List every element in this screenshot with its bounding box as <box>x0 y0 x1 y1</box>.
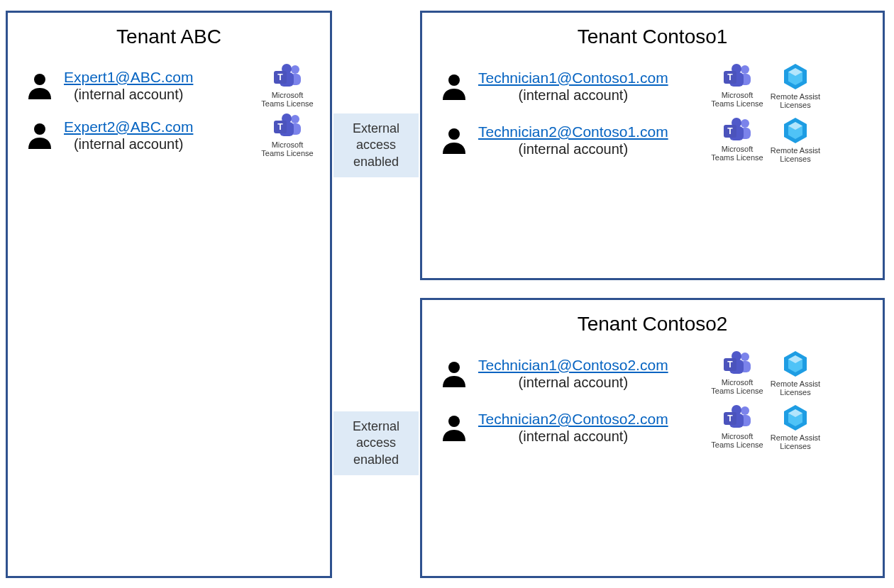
person-icon <box>440 126 468 154</box>
tenant-contoso1-box: Tenant Contoso1 Technician1@Contoso1.com… <box>420 11 885 280</box>
user-email-link[interactable]: Expert2@ABC.com <box>64 118 193 135</box>
teams-license: Microsoft Teams License <box>260 62 315 108</box>
external-access-connector: External access enabled <box>333 113 419 177</box>
user-email-link[interactable]: Expert1@ABC.com <box>64 68 193 86</box>
teams-license: Microsoft Teams License <box>260 112 315 157</box>
teams-icon <box>722 116 752 143</box>
user-email-link[interactable]: Technician1@Contoso2.com <box>478 356 668 374</box>
teams-icon <box>722 404 752 431</box>
person-icon <box>26 71 54 99</box>
account-type-label: (internal account) <box>519 428 629 445</box>
tenant-abc-title: Tenant ABC <box>8 26 330 48</box>
user-row: Expert1@ABC.com (internal account) Micro… <box>8 62 330 108</box>
user-email-link[interactable]: Technician2@Contoso1.com <box>478 123 668 140</box>
person-icon <box>440 72 468 100</box>
account-type-label: (internal account) <box>74 135 184 152</box>
external-access-connector: External access enabled <box>333 411 419 475</box>
teams-icon <box>722 62 752 89</box>
account-type-label: (internal account) <box>74 86 184 103</box>
teams-icon <box>272 62 302 89</box>
remote-assist-icon <box>781 350 810 378</box>
user-row: Technician2@Contoso2.com (internal accou… <box>422 404 883 450</box>
person-icon <box>26 121 54 149</box>
remote-assist-icon <box>781 62 810 91</box>
person-icon <box>440 359 468 387</box>
user-row: Expert2@ABC.com (internal account) Micro… <box>8 112 330 157</box>
teams-license: Microsoft Teams License <box>710 350 765 396</box>
account-type-label: (internal account) <box>519 87 629 104</box>
teams-license: Microsoft Teams License <box>710 404 765 450</box>
remote-assist-license: Remote Assist Licenses <box>768 62 823 109</box>
tenant-contoso1-title: Tenant Contoso1 <box>422 26 883 48</box>
user-email-link[interactable]: Technician1@Contoso1.com <box>478 69 668 87</box>
teams-license: Microsoft Teams License <box>710 116 765 163</box>
user-row: Technician2@Contoso1.com (internal accou… <box>422 116 883 163</box>
teams-icon <box>272 112 302 139</box>
account-type-label: (internal account) <box>519 140 629 157</box>
remote-assist-license: Remote Assist Licenses <box>768 404 823 450</box>
tenant-contoso2-box: Tenant Contoso2 Technician1@Contoso2.com… <box>420 298 885 578</box>
user-row: Technician1@Contoso1.com (internal accou… <box>422 62 883 109</box>
remote-assist-license: Remote Assist Licenses <box>768 350 823 396</box>
tenant-contoso2-title: Tenant Contoso2 <box>422 313 883 335</box>
user-email-link[interactable]: Technician2@Contoso2.com <box>478 410 668 428</box>
teams-license: Microsoft Teams License <box>710 62 765 109</box>
teams-icon <box>722 350 752 377</box>
person-icon <box>440 413 468 441</box>
tenant-abc-box: Tenant ABC Expert1@ABC.com (internal acc… <box>6 11 332 578</box>
remote-assist-icon <box>781 116 810 145</box>
remote-assist-icon <box>781 404 810 432</box>
account-type-label: (internal account) <box>519 374 629 391</box>
remote-assist-license: Remote Assist Licenses <box>768 116 823 163</box>
user-row: Technician1@Contoso2.com (internal accou… <box>422 350 883 396</box>
